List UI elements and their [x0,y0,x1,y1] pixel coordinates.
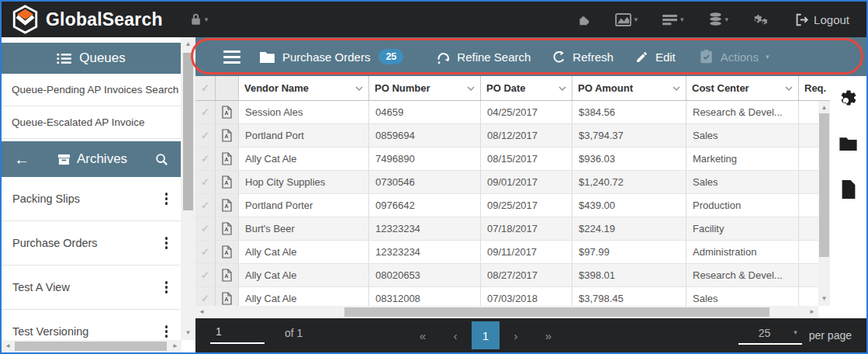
lists-menu[interactable]: ▾ [662,14,684,26]
cell-po_number: 0730546 [369,171,481,193]
last-page-button[interactable]: » [532,329,565,342]
table-row-5[interactable]: ✓ Burt's Beer1232323407/18/2017$224.19Fa… [195,217,830,241]
current-page-button[interactable]: 1 [472,321,500,349]
scrollbar-thumb[interactable] [183,53,193,210]
page-number-input[interactable]: 1 [210,325,265,344]
scroll-down-arrow-icon[interactable]: ▼ [181,328,195,338]
sort-chevron-icon[interactable] [467,86,475,91]
row-document-cell[interactable] [216,194,239,217]
column-header-ponum[interactable]: PO Number [369,76,481,100]
row-select-checkbox[interactable]: ✓ [195,217,216,240]
sidebar-archive-item-1[interactable]: Purchase Orders [2,221,181,266]
kebab-menu-icon[interactable] [161,278,172,297]
row-select-checkbox[interactable]: ✓ [195,194,216,217]
row-document-cell[interactable] [216,171,239,193]
row-select-checkbox[interactable]: ✓ [195,287,216,306]
refresh-button[interactable]: Refresh [552,50,614,64]
actions-menu-disabled[interactable]: Actions ▾ [699,49,769,64]
table-row-6[interactable]: ✓ Ally Cat Ale1232323409/11/2017$97.99Ad… [195,241,830,264]
scroll-up-arrow-icon[interactable]: ▲ [818,102,830,113]
row-select-checkbox[interactable]: ✓ [195,171,216,193]
row-document-cell[interactable] [216,264,239,286]
sidebar-queue-item-0[interactable]: Queue-Pending AP Invoices Search [2,74,181,106]
archive-search-icon[interactable] [155,153,168,166]
table-row-4[interactable]: ✓ Portland Porter097664209/25/2017$439.0… [195,194,830,217]
rail-folder-icon[interactable] [839,136,858,151]
row-document-cell[interactable] [216,241,239,263]
page-size-select[interactable]: 25 ▾ [738,327,802,345]
sidebar-archive-item-2[interactable]: Test A View [2,266,181,310]
table-row-8[interactable]: ✓ Ally Cat Ale0831200807/03/2018$3,798.4… [195,287,830,306]
scrollbar-thumb[interactable] [15,342,167,351]
brand[interactable]: GlobalSearch [2,5,163,34]
next-page-button[interactable]: › [500,329,532,342]
sidebar-archive-item-0[interactable]: Packing Slips [2,177,181,221]
logout-button[interactable]: Logout [795,13,849,26]
grid-vertical-scrollbar[interactable]: ▲ ▼ [818,101,830,306]
row-document-cell[interactable] [216,124,239,147]
refresh-icon [552,50,565,64]
row-select-checkbox[interactable]: ✓ [195,241,216,263]
first-page-button[interactable]: « [406,329,439,342]
archives-title: Archives [77,151,127,167]
grid-horizontal-scrollbar[interactable]: ◄ ► [195,306,818,318]
row-select-checkbox[interactable]: ✓ [195,101,216,123]
sort-chevron-icon[interactable] [673,86,680,91]
scroll-right-arrow-icon[interactable]: ► [172,340,178,352]
scrollbar-thumb[interactable] [819,113,829,257]
table-row-2[interactable]: ✓ Ally Cat Ale749689008/15/2017$936.03Ma… [195,148,830,171]
scrollbar-thumb[interactable] [344,307,769,317]
lock-menu[interactable]: ▾ [189,12,209,26]
select-all-column-header[interactable]: ✓ [195,76,216,100]
row-document-cell[interactable] [216,287,239,306]
previous-page-button[interactable]: ‹ [439,329,472,342]
row-select-checkbox[interactable]: ✓ [195,148,216,170]
back-arrow-icon[interactable]: ← [14,151,29,167]
row-document-cell[interactable] [216,101,239,123]
sort-chevron-icon[interactable] [558,86,566,91]
grid-settings-gear-icon[interactable] [839,88,858,107]
topbar-actions: ▾ ▾ ▾ [577,12,866,27]
archive-tab[interactable]: Purchase Orders 25 [259,49,403,64]
workflow-puzzle-icon[interactable] [577,13,590,26]
sidebar-queue-item-1[interactable]: Queue-Escalated AP Invoice [2,106,181,139]
queues-header[interactable]: Queues [2,43,181,74]
column-header-podate[interactable]: PO Date [481,76,572,100]
table-row-1[interactable]: ✓ Portland Port085969408/12/2017$3,794.3… [195,124,830,148]
database-menu[interactable]: ▾ [709,12,729,26]
column-header-cost[interactable]: Cost Center [686,76,799,100]
scroll-up-arrow-icon[interactable]: ▲ [181,39,195,50]
rail-document-icon[interactable] [841,180,856,199]
kebab-menu-icon[interactable] [161,189,172,208]
kebab-menu-icon[interactable] [161,322,172,341]
sidebar-horizontal-scrollbar[interactable]: ◄ ► [2,340,182,352]
queue-list: Queue-Pending AP Invoices SearchQueue-Es… [2,74,181,139]
top-navigation-bar: GlobalSearch ▾ ▾ [2,2,866,37]
refine-search-button[interactable]: Refine Search [436,50,531,64]
kebab-menu-icon[interactable] [161,234,172,252]
table-row-3[interactable]: ✓ Hop City Supplies073054609/01/2017$1,2… [195,171,830,194]
settings-cogs-icon[interactable] [753,12,770,27]
dashboards-menu[interactable]: ▾ [615,13,638,26]
row-document-cell[interactable] [216,217,239,240]
archives-title-button[interactable]: Archives [29,151,155,167]
sort-chevron-icon[interactable] [355,86,363,91]
column-header-label: PO Date [486,82,526,94]
sidebar-vertical-scrollbar[interactable]: ▲ ▼ [181,37,195,340]
scroll-left-arrow-icon[interactable]: ◄ [5,340,11,352]
row-select-checkbox[interactable]: ✓ [195,124,216,147]
queues-title: Queues [79,50,126,66]
menu-hamburger-icon[interactable] [223,50,240,64]
column-header-poamt[interactable]: PO Amount [572,76,686,100]
table-row-7[interactable]: ✓ Ally Cat Ale0802065308/27/2017$398.01R… [195,264,830,287]
column-header-req[interactable]: Req. [799,76,830,100]
row-select-checkbox[interactable]: ✓ [195,264,216,286]
scroll-left-arrow-icon[interactable]: ◄ [199,306,205,318]
scroll-down-arrow-icon[interactable]: ▼ [818,293,830,304]
edit-button[interactable]: Edit [635,50,676,64]
row-document-cell[interactable] [216,148,239,170]
table-row-0[interactable]: ✓ Session Ales0465904/25/2017$384.56Rese… [195,101,830,124]
scroll-right-arrow-icon[interactable]: ► [809,306,815,318]
column-header-vendor[interactable]: Vendor Name [239,76,369,100]
sort-chevron-icon[interactable] [785,86,793,91]
